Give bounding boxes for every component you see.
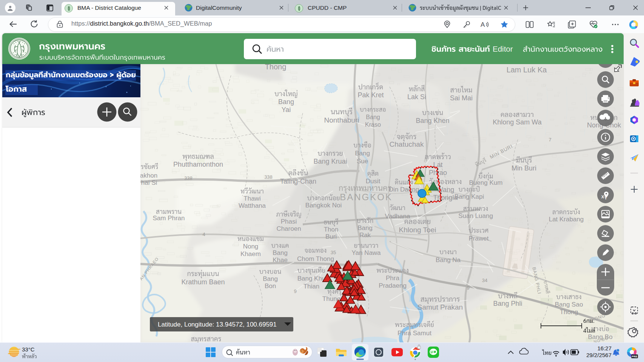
svg-text:29/2/2567: 29/2/2567 [586, 352, 612, 358]
svg-text:PRE: PRE [632, 355, 637, 358]
svg-text:33°C: 33°C [22, 346, 35, 353]
svg-text:16:27: 16:27 [597, 345, 612, 351]
